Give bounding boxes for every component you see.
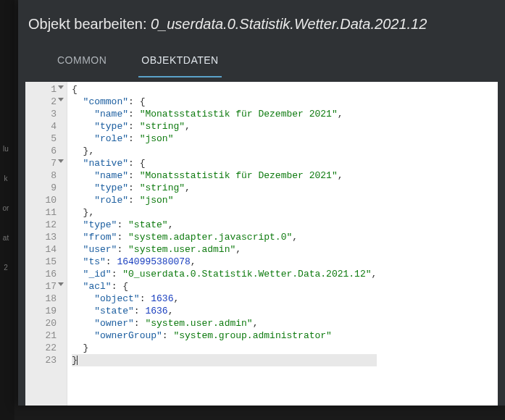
json-editor[interactable]: 1234567891011121314151617181920212223 { … [25, 82, 498, 406]
editor-code[interactable]: { "common": { "name": "Monatsstatistik f… [67, 82, 381, 406]
side-hint: or [3, 204, 9, 212]
dialog-title: Objekt bearbeiten: 0_userdata.0.Statisti… [18, 0, 505, 40]
side-hint: k [4, 175, 8, 182]
edit-object-dialog: Objekt bearbeiten: 0_userdata.0.Statisti… [18, 0, 505, 406]
tab-common[interactable]: COMMON [54, 47, 109, 77]
editor-gutter: 1234567891011121314151617181920212223 [25, 82, 67, 406]
side-hint: lu [3, 145, 9, 153]
tab-objektdaten[interactable]: OBJEKTDATEN [138, 47, 221, 77]
side-hint: at [3, 234, 9, 242]
side-hint: 2 [4, 264, 8, 272]
app-sidebar: lu k or at 2 [0, 0, 14, 420]
object-id: 0_userdata.0.Statistik.Wetter.Data.2021.… [151, 16, 427, 32]
title-prefix: Objekt bearbeiten: [28, 16, 151, 32]
dialog-tabs: COMMON OBJEKTDATEN [18, 40, 505, 77]
